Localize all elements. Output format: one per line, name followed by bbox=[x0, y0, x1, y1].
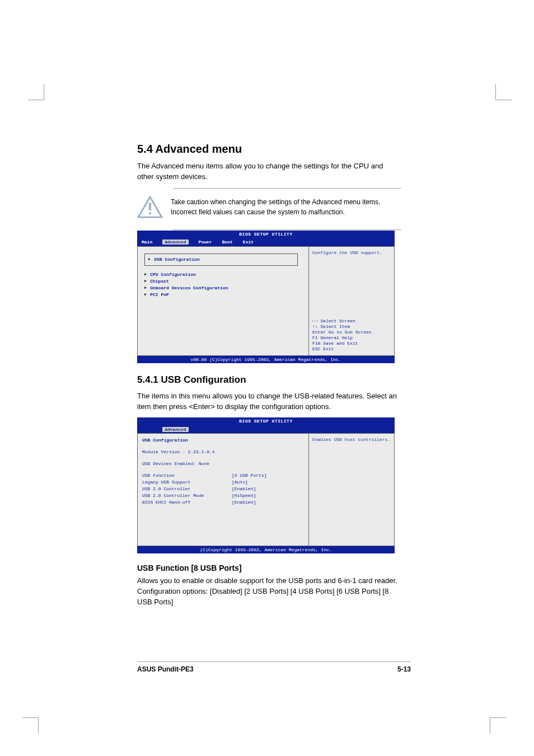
bios1-right-panel: Configure the USB support. ←→ Select Scr… bbox=[308, 246, 395, 356]
row-key: USB 2.0 Controller Mode bbox=[142, 492, 232, 499]
bios2-tabs: Main Advanced bbox=[137, 425, 395, 433]
crop-mark-tl bbox=[28, 84, 44, 100]
note-divider-top bbox=[173, 188, 401, 189]
tab-exit[interactable]: Exit bbox=[243, 240, 254, 245]
heading-usb-function: USB Function [8 USB Ports] bbox=[137, 564, 400, 572]
row-key: BIOS EHCI Hand-off bbox=[142, 499, 232, 506]
row-value: [8 USB Ports] bbox=[232, 472, 266, 479]
caution-note: Take caution when changing the settings … bbox=[137, 196, 400, 219]
footer-product: ASUS Pundit-PE3 bbox=[137, 665, 194, 673]
triangle-right-icon: ▶ bbox=[148, 256, 151, 262]
crop-mark-tr bbox=[495, 84, 512, 100]
bios2-row-usb20-mode[interactable]: USB 2.0 Controller Mode [HiSpeed] bbox=[142, 492, 304, 499]
crop-mark-bl bbox=[22, 717, 39, 734]
crop-mark-br bbox=[490, 717, 506, 734]
bios2-row-legacy-usb[interactable]: Legacy USB Support [Auto] bbox=[142, 479, 304, 486]
hint-enter: Enter Go to Sub Screen bbox=[312, 330, 391, 335]
triangle-right-icon: ▶ bbox=[144, 271, 147, 278]
usb-config-intro: The items in this menu allows you to cha… bbox=[137, 391, 400, 412]
hint-f10: F10 Save and Exit bbox=[312, 341, 391, 346]
usb-function-desc: Allows you to enable or disable support … bbox=[137, 576, 400, 608]
tab-advanced-2[interactable]: Advanced bbox=[162, 427, 188, 432]
bios2-heading: USB Configuration bbox=[142, 437, 304, 444]
hint-select-screen: ←→ Select Screen bbox=[312, 318, 391, 324]
hint-f1: F1 General Help bbox=[312, 335, 391, 341]
bios2-right-panel: Enables USB host controllers. bbox=[308, 433, 395, 546]
bios1-left-panel: ▶ USB Configuration ▶ CPU Configuration … bbox=[137, 246, 308, 356]
alert-triangle-icon bbox=[137, 196, 163, 219]
row-value: [Enabled] bbox=[232, 499, 256, 506]
bios1-item-pci[interactable]: ▶ PCI PnP bbox=[144, 292, 302, 298]
row-key: Legacy USB Support bbox=[142, 479, 232, 486]
bios-screenshot-1: BIOS SETUP UTILITY Main Advanced Power B… bbox=[137, 231, 395, 363]
caution-text: Take caution when changing the settings … bbox=[171, 198, 400, 217]
tab-power[interactable]: Power bbox=[199, 240, 212, 245]
bios1-help-text: Configure the USB support. bbox=[312, 250, 391, 256]
bios1-item-cpu-label: CPU Configuration bbox=[150, 271, 196, 278]
bios2-left-panel: USB Configuration Module Version - 2.23.… bbox=[137, 433, 308, 546]
bios1-key-hints: ←→ Select Screen ↑↓ Select Item Enter Go… bbox=[312, 318, 391, 352]
bios2-title: BIOS SETUP UTILITY bbox=[137, 417, 395, 425]
tab-advanced[interactable]: Advanced bbox=[162, 240, 188, 245]
bios1-title: BIOS SETUP UTILITY bbox=[137, 231, 395, 238]
bios-screenshot-2: BIOS SETUP UTILITY Main Advanced USB Con… bbox=[137, 417, 395, 553]
row-value: [HiSpeed] bbox=[232, 492, 256, 499]
triangle-right-icon: ▶ bbox=[144, 292, 147, 298]
tab-main[interactable]: Main bbox=[142, 240, 152, 245]
section-heading-5-4-1: 5.4.1 USB Configuration bbox=[137, 374, 400, 386]
bios1-tabs: Main Advanced Power Boot Exit bbox=[137, 238, 395, 246]
advanced-menu-intro: The Advanced menu items allow you to cha… bbox=[137, 161, 400, 182]
bios1-item-chipset-label: Chipset bbox=[150, 278, 169, 285]
bios1-item-pci-label: PCI PnP bbox=[150, 292, 169, 298]
bios1-footer: v00.00 (C)Copyright 1985-2003, American … bbox=[137, 356, 395, 363]
row-value: [Enabled] bbox=[232, 486, 256, 492]
bios1-item-onboard[interactable]: ▶ Onboard Devices Configuration bbox=[144, 285, 302, 292]
row-key: USB 2.0 Controller bbox=[142, 486, 232, 492]
svg-rect-1 bbox=[149, 203, 151, 210]
bios2-devices-enabled: USB Devices Enabled: None bbox=[142, 461, 304, 468]
bios2-footer: (C)Copyright 1985-2002, American Megatre… bbox=[137, 546, 395, 553]
row-key: USB Function bbox=[142, 472, 232, 479]
page-footer: ASUS Pundit-PE3 5-13 bbox=[137, 661, 411, 673]
bios1-item-chipset[interactable]: ▶ Chipset bbox=[144, 278, 302, 285]
bios1-item-usb[interactable]: ▶ USB Configuration bbox=[148, 256, 294, 263]
hint-select-item: ↑↓ Select Item bbox=[312, 324, 391, 330]
hint-esc: ESC Exit bbox=[312, 346, 391, 352]
bios2-help-text: Enables USB host controllers. bbox=[312, 437, 391, 443]
triangle-right-icon: ▶ bbox=[144, 278, 147, 284]
bios2-module-version: Module Version - 2.23.2-9.4 bbox=[142, 449, 304, 456]
bios2-row-bios-ehci[interactable]: BIOS EHCI Hand-off [Enabled] bbox=[142, 499, 304, 506]
bios1-item-cpu[interactable]: ▶ CPU Configuration bbox=[144, 271, 302, 278]
bios1-item-onboard-label: Onboard Devices Configuration bbox=[150, 285, 228, 292]
bios2-row-usb20-controller[interactable]: USB 2.0 Controller [Enabled] bbox=[142, 486, 304, 492]
tab-boot[interactable]: Boot bbox=[222, 240, 233, 245]
bios2-row-usb-function[interactable]: USB Function [8 USB Ports] bbox=[142, 472, 304, 479]
row-value: [Auto] bbox=[232, 479, 248, 486]
svg-rect-2 bbox=[149, 212, 151, 214]
section-heading-5-4: 5.4 Advanced menu bbox=[137, 143, 400, 156]
bios1-item-usb-label: USB Configuration bbox=[154, 256, 200, 263]
triangle-right-icon: ▶ bbox=[144, 285, 147, 291]
footer-page-number: 5-13 bbox=[397, 665, 411, 673]
